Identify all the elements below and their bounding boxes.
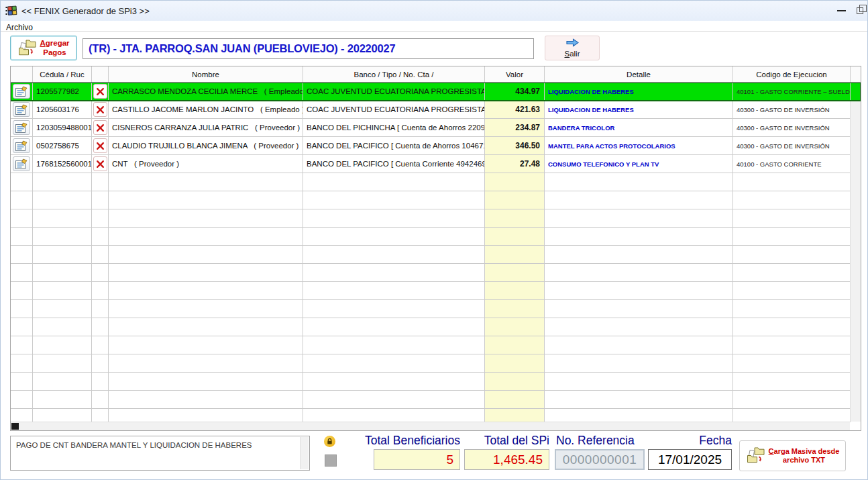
cell-valor [485,246,545,263]
cell-banco: COAC JUVENTUD ECUATORIANA PROGRESISTA LT… [303,83,485,100]
cell-del [92,173,109,191]
cell-del [92,191,109,209]
cell-codigo: 40300 - GASTO DE INVERSIÓN [733,101,851,118]
row-edit-button[interactable] [13,156,30,171]
cell-valor: 27.48 [485,155,545,173]
disabled-checkbox[interactable] [325,454,337,467]
observaciones-scrollbar[interactable] [300,437,309,469]
row-edit-button[interactable] [13,120,30,135]
salir-button[interactable]: Salir [545,36,600,60]
restore-button[interactable] [853,1,867,21]
cell-del [92,391,109,408]
agregar-pagos-button[interactable]: AgregarPagos [10,36,77,60]
cell-nombre [109,246,303,263]
grid-vertical-scrollbar[interactable] [850,83,861,422]
cell-codigo: 40300 - GASTO DE INVERSIÓN [733,137,851,154]
payments-grid: Cédula / RucNombreBanco / Tipo / No. Cta… [10,66,861,431]
cell-banco [303,354,485,372]
grid-row[interactable]: 1205577982CARRASCO MENDOZA CECILIA MERCE… [11,83,861,101]
window-title: << FENIX Generador de SPi3 >> [21,6,150,16]
row-delete-button[interactable] [93,138,107,153]
grid-empty-row [11,173,861,191]
grid-empty-row [11,354,861,373]
cell-codigo [733,173,851,191]
cell-del [92,209,109,227]
cell-detalle: BANDERA TRICOLOR [545,119,733,136]
minimize-icon [837,10,846,11]
total-beneficiarios-value: 5 [374,449,460,470]
cell-codigo [733,246,851,263]
column-header-codigo[interactable]: Codigo de Ejecucion [733,66,851,82]
menu-archivo[interactable]: Archivo [1,22,38,33]
cell-del [92,119,109,136]
cell-edit [11,137,33,154]
row-delete-button[interactable] [93,102,107,117]
cell-cedula [33,228,92,245]
row-delete-button[interactable] [93,120,107,135]
cell-codigo [733,209,851,227]
row-delete-button[interactable] [93,84,107,99]
cell-nombre [109,373,303,390]
cell-cedula: 1203059488001 [33,119,92,136]
column-header-valor[interactable]: Valor [485,66,545,82]
cell-nombre: CARRASCO MENDOZA CECILIA MERCE ( Emplead… [109,83,303,100]
no-referencia-input[interactable]: 0000000001 [555,449,645,470]
cell-edit [11,264,33,281]
grid-empty-row [11,264,861,282]
cell-valor: 434.97 [485,83,545,100]
row-edit-button[interactable] [13,138,30,153]
row-delete-button[interactable] [93,156,107,171]
cell-edit [11,282,33,299]
cell-banco: COAC JUVENTUD ECUATORIANA PROGRESISTA LT… [303,101,485,118]
cell-detalle [545,336,733,354]
carga-masiva-label: Carga Masiva desdearchivo TXT [769,447,840,465]
cell-del [92,336,109,354]
cell-detalle [545,354,733,372]
cell-del [92,300,109,318]
cell-valor [485,191,545,209]
grid-row[interactable]: 0502758675CLAUDIO TRUJILLO BLANCA JIMENA… [11,137,861,155]
cell-del [92,264,109,281]
minimize-button[interactable] [830,1,853,21]
grid-row[interactable]: 1203059488001CISNEROS CARRANZA JULIA PAT… [11,119,861,137]
cell-codigo [733,391,851,408]
cell-nombre: CNT ( Proveedor ) [109,155,303,173]
cell-detalle [545,228,733,245]
cell-banco [303,373,485,390]
cell-valor [485,228,545,245]
fecha-input[interactable]: 17/01/2025 [648,449,732,470]
cell-nombre: CLAUDIO TRUJILLO BLANCA JIMENA ( Proveed… [109,137,303,154]
grid-horizontal-scrollbar[interactable] [11,422,850,430]
column-header-detalle[interactable]: Detalle [545,66,733,82]
cell-valor [485,354,545,372]
grid-empty-row [11,318,861,336]
grid-row[interactable]: 1205603176CASTILLO JACOME MARLON JACINTO… [11,101,861,119]
cell-nombre [109,300,303,318]
cell-edit [11,300,33,318]
cell-codigo: 40300 - GASTO DE INVERSIÓN [733,119,851,136]
cell-detalle [545,264,733,281]
total-spi-value: 1,465.45 [464,449,549,470]
cell-del [92,83,109,100]
carga-masiva-button[interactable]: Carga Masiva desdearchivo TXT [739,440,846,471]
cell-nombre: CASTILLO JACOME MARLON JACINTO ( Emplead… [109,101,303,118]
column-header-cedula[interactable]: Cédula / Ruc [33,66,92,82]
column-header-del[interactable] [92,66,109,82]
entity-input[interactable]: (TR) - JTA. PARROQ.SAN JUAN (PUEBLOVIEJO… [83,38,534,59]
cell-del [92,228,109,245]
cell-del [92,373,109,390]
column-header-nombre[interactable]: Nombre [109,66,303,82]
grid-hscroll-thumb[interactable] [11,423,19,430]
column-header-banco[interactable]: Banco / Tipo / No. Cta / [303,66,485,82]
column-header-edit[interactable] [11,66,33,82]
cell-banco: BANCO DEL PACIFICO [ Cuenta de Ahorros 1… [303,137,485,154]
grid-row[interactable]: 1768152560001CNT ( Proveedor )BANCO DEL … [11,155,861,173]
cell-codigo [733,373,851,390]
row-edit-button[interactable] [13,102,30,117]
grid-empty-row [11,391,861,409]
row-edit-button[interactable] [13,84,30,99]
observaciones-textarea[interactable]: PAGO DE CNT BANDERA MANTEL Y LIQUIDACION… [10,436,310,471]
cell-nombre [109,336,303,354]
cell-cedula [33,300,92,318]
grid-empty-row [11,228,861,246]
